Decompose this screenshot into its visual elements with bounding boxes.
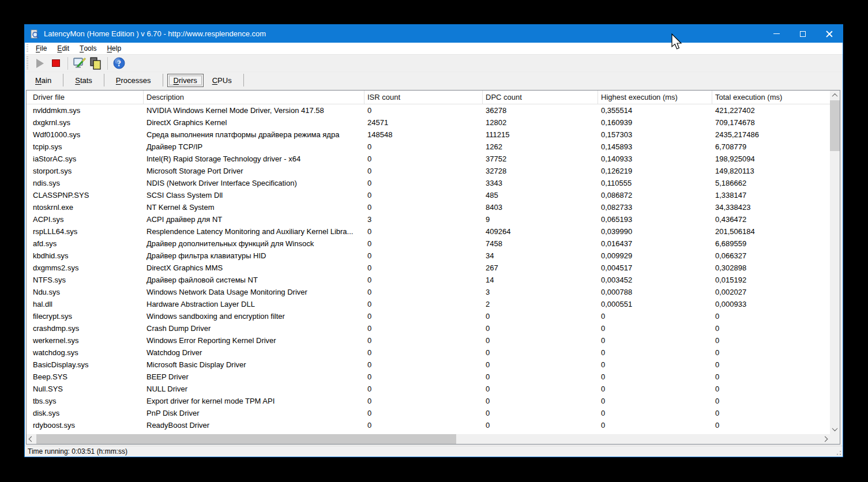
menu-tools[interactable]: Tools (74, 43, 102, 54)
title-bar[interactable]: LatencyMon (Home Edition ) v 6.70 - http… (25, 25, 843, 43)
cell-total-execution: 201,506184 (712, 225, 830, 238)
tab-main[interactable]: Main (28, 74, 59, 86)
vertical-scrollbar[interactable] (830, 91, 840, 434)
cell-total-execution: 0 (712, 371, 830, 383)
vertical-scrollbar-thumb[interactable] (830, 100, 840, 151)
cell-driver-file: afd.sys (27, 238, 144, 250)
cell-dpc-count: 0 (483, 383, 598, 395)
close-button[interactable] (816, 25, 843, 43)
cell-driver-file: dxgmms2.sys (27, 262, 144, 274)
tab-stats[interactable]: Stats (67, 74, 100, 86)
horizontal-scrollbar-thumb[interactable] (36, 434, 456, 444)
scroll-right-button[interactable] (820, 434, 830, 444)
tab-cpus[interactable]: CPUs (205, 74, 239, 86)
table-row[interactable]: rspLLL64.sys Resplendence Latency Monito… (27, 225, 830, 238)
cell-dpc-count: 0 (483, 407, 598, 419)
cell-isr-count: 0 (365, 153, 483, 165)
scroll-up-button[interactable] (830, 91, 840, 100)
resize-grip[interactable] (835, 449, 841, 455)
cell-highest-execution: 0,157303 (598, 129, 712, 141)
cell-dpc-count: 7458 (483, 238, 598, 250)
table-row[interactable]: NTFS.sys Драйвер файловой системы NT 0 1… (27, 274, 830, 286)
cell-driver-file: werkernel.sys (27, 334, 144, 347)
table-row[interactable]: ACPI.sys ACPI драйвер для NT 3 9 0,06519… (27, 213, 830, 225)
cell-description: Microsoft Storage Port Driver (144, 165, 365, 177)
table-row[interactable]: dxgkrnl.sys DirectX Graphics Kernel 2457… (27, 116, 830, 129)
cell-dpc-count: 0 (483, 359, 598, 371)
table-row[interactable]: Beep.SYS BEEP Driver 0 0 0 0 (27, 371, 830, 383)
cell-isr-count: 0 (365, 419, 483, 431)
cell-highest-execution: 0,016437 (598, 238, 712, 250)
start-monitor-button[interactable] (32, 56, 48, 71)
cell-total-execution: 0 (712, 359, 830, 371)
table-row[interactable]: crashdmp.sys Crash Dump Driver 0 0 0 0 (27, 322, 830, 334)
table-row[interactable]: rdyboost.sys ReadyBoost Driver 0 0 0 0 (27, 419, 830, 431)
copy-report-button[interactable] (88, 56, 104, 71)
column-header-dpc-count[interactable]: DPC count (483, 91, 598, 104)
minimize-button[interactable] (763, 25, 790, 43)
stop-monitor-button[interactable] (48, 56, 64, 71)
maximize-button[interactable] (790, 25, 816, 43)
menu-help[interactable]: Help (102, 43, 126, 54)
options-button[interactable] (72, 56, 88, 71)
table-row[interactable]: werkernel.sys Windows Error Reporting Ke… (27, 334, 830, 347)
scrollbar-corner (830, 434, 840, 444)
table-row[interactable]: disk.sys PnP Disk Driver 0 0 0 0 (27, 407, 830, 419)
table-row[interactable]: iaStorAC.sys Intel(R) Rapid Storage Tech… (27, 153, 830, 165)
table-row[interactable]: hal.dll Hardware Abstraction Layer DLL 0… (27, 298, 830, 310)
table-row[interactable]: ntoskrnl.exe NT Kernel & System 0 8403 0… (27, 201, 830, 213)
table-row[interactable]: storport.sys Microsoft Storage Port Driv… (27, 165, 830, 177)
column-header-isr-count[interactable]: ISR count (365, 91, 483, 104)
toolbar-separator (67, 57, 68, 70)
cell-isr-count: 0 (365, 165, 483, 177)
cell-isr-count: 3 (365, 213, 483, 225)
cell-description: SCSI Class System Dll (144, 189, 365, 201)
column-header-total-execution[interactable]: Total execution (ms) (712, 91, 830, 104)
cell-highest-execution: 0 (598, 395, 712, 407)
table-row[interactable]: kbdhid.sys Драйвер фильтра клавиатуры HI… (27, 250, 830, 262)
cell-isr-count: 0 (365, 310, 483, 322)
cell-isr-count: 0 (365, 347, 483, 359)
scroll-left-button[interactable] (27, 434, 36, 444)
help-button[interactable]: ? (111, 56, 127, 71)
table-row[interactable]: tbs.sys Export driver for kernel mode TP… (27, 395, 830, 407)
scroll-down-button[interactable] (830, 424, 840, 434)
table-row[interactable]: Null.SYS NULL Driver 0 0 0 0 (27, 383, 830, 395)
menu-edit[interactable]: Edit (52, 43, 74, 54)
column-header-description[interactable]: Description (144, 91, 365, 104)
table-row[interactable]: tcpip.sys Драйвер TCP/IP 0 1262 0,145893… (27, 141, 830, 153)
table-row[interactable]: Ndu.sys Windows Network Data Usage Monit… (27, 286, 830, 298)
cell-dpc-count: 14 (483, 274, 598, 286)
table-row[interactable]: afd.sys Драйвер дополнительных функций д… (27, 238, 830, 250)
column-header-highest-execution[interactable]: Highest execution (ms) (598, 91, 712, 104)
cell-highest-execution: 0,145893 (598, 141, 712, 153)
menubar-grip[interactable] (27, 44, 28, 52)
table-row[interactable]: CLASSPNP.SYS SCSI Class System Dll 0 485… (27, 189, 830, 201)
table-row[interactable]: BasicDisplay.sys Microsoft Basic Display… (27, 359, 830, 371)
cell-highest-execution: 0 (598, 347, 712, 359)
close-icon (826, 31, 833, 37)
column-header-driver-file[interactable]: Driver file (27, 91, 144, 104)
table-row[interactable]: watchdog.sys Watchdog Driver 0 0 0 0 (27, 347, 830, 359)
tab-drivers[interactable]: Drivers (167, 74, 204, 87)
cell-isr-count: 0 (365, 274, 483, 286)
cell-highest-execution: 0,082733 (598, 201, 712, 213)
cell-description: NT Kernel & System (144, 201, 365, 213)
toolbar-grip[interactable] (27, 57, 28, 70)
table-body: nvlddmkm.sys NVIDIA Windows Kernel Mode … (27, 104, 830, 434)
table-row[interactable]: dxgmms2.sys DirectX Graphics MMS 0 267 0… (27, 262, 830, 274)
table-row[interactable]: filecrypt.sys Windows sandboxing and enc… (27, 310, 830, 322)
table-row[interactable]: ndis.sys NDIS (Network Driver Interface … (27, 177, 830, 189)
latencymon-window: LatencyMon (Home Edition ) v 6.70 - http… (24, 24, 843, 457)
horizontal-scrollbar[interactable] (27, 434, 830, 444)
drivers-table: Driver file Description ISR count DPC co… (26, 90, 840, 445)
menu-file[interactable]: File (31, 43, 52, 54)
table-row[interactable]: nvlddmkm.sys NVIDIA Windows Kernel Mode … (27, 104, 830, 116)
tab-processes[interactable]: Processes (108, 74, 159, 86)
tab-separator (104, 74, 104, 86)
cell-dpc-count: 36278 (483, 104, 598, 116)
cell-driver-file: filecrypt.sys (27, 310, 144, 322)
cell-driver-file: storport.sys (27, 165, 144, 177)
cell-highest-execution: 0,000551 (598, 298, 712, 310)
table-row[interactable]: Wdf01000.sys Среда выполнения платформы … (27, 129, 830, 141)
